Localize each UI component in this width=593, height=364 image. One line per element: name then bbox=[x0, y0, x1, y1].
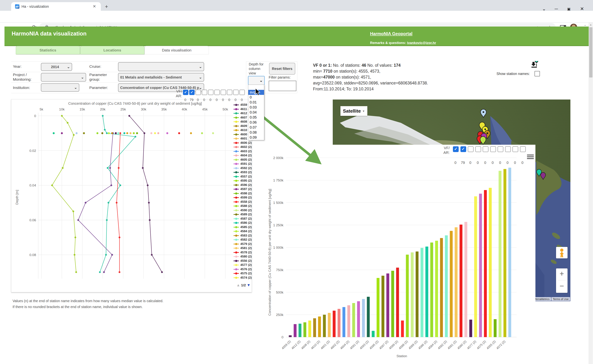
data-point[interactable] bbox=[111, 132, 113, 134]
window-close-icon[interactable]: ✕ bbox=[580, 6, 584, 11]
legend-item[interactable]: 4585 (2) bbox=[234, 225, 252, 230]
legend-item[interactable]: 4556 (2) bbox=[234, 259, 252, 263]
vf-ar-checkbox[interactable] bbox=[227, 90, 232, 95]
zoom-in-button[interactable]: + bbox=[556, 268, 567, 280]
year-select[interactable]: 2014⌄ bbox=[41, 63, 72, 71]
depth-option[interactable]: 0.08 bbox=[248, 130, 264, 135]
legend-item[interactable]: 4578 (2) bbox=[234, 251, 252, 255]
institution-select[interactable]: ⌄ bbox=[41, 83, 79, 92]
legend-item[interactable]: 4579 (2) bbox=[234, 242, 252, 247]
station-bar[interactable] bbox=[499, 171, 502, 337]
data-point[interactable] bbox=[166, 132, 168, 134]
data-point[interactable] bbox=[135, 136, 136, 137]
legend-item[interactable]: 4576 (2) bbox=[234, 267, 252, 272]
legend-item[interactable]: 4582 (2) bbox=[234, 238, 252, 242]
data-point[interactable] bbox=[108, 202, 109, 203]
tab-close-icon[interactable]: ✕ bbox=[93, 4, 96, 9]
depth-option[interactable]: 0.07 bbox=[248, 125, 264, 130]
scrollbar-up-icon[interactable]: ▲ bbox=[590, 23, 592, 26]
legend-item[interactable]: 4589 (2) bbox=[234, 213, 252, 217]
legend-page-down-icon[interactable]: ▼ bbox=[247, 283, 251, 287]
legend-item[interactable]: 4606 (2) bbox=[234, 141, 252, 145]
station-bar[interactable] bbox=[313, 318, 316, 337]
vf-ar-checkbox[interactable] bbox=[240, 90, 245, 95]
page-scrollbar[interactable]: ▲ bbox=[589, 23, 593, 364]
data-point[interactable] bbox=[73, 134, 75, 136]
data-point[interactable] bbox=[143, 132, 145, 134]
tab-locations[interactable]: Locations bbox=[80, 46, 144, 54]
data-point[interactable] bbox=[97, 132, 98, 134]
vf-ar-checkbox[interactable] bbox=[468, 146, 474, 152]
station-bar[interactable] bbox=[494, 319, 496, 337]
station-bar[interactable] bbox=[425, 247, 428, 337]
download-map-icon[interactable] bbox=[531, 61, 539, 69]
station-bar[interactable] bbox=[420, 248, 423, 337]
data-point[interactable] bbox=[157, 132, 159, 134]
legend-item[interactable]: 4604 (2) bbox=[234, 154, 252, 158]
vf-ar-checkbox[interactable] bbox=[208, 90, 214, 95]
vf-ar-checkbox[interactable] bbox=[214, 90, 220, 95]
data-point[interactable] bbox=[117, 132, 119, 134]
vf-ar-checkbox[interactable] bbox=[512, 146, 518, 152]
new-tab-button[interactable]: + bbox=[105, 4, 108, 10]
data-point[interactable] bbox=[85, 202, 86, 203]
depth-option[interactable] bbox=[248, 85, 264, 90]
station-bar[interactable] bbox=[323, 315, 326, 337]
station-bar[interactable] bbox=[406, 255, 409, 337]
legend-item[interactable]: 4580 (2) bbox=[234, 255, 252, 259]
remarks-email-link[interactable]: ivankovic@izor.hr bbox=[407, 41, 436, 45]
cruise-select[interactable]: ⌄ bbox=[118, 62, 204, 71]
vf-ar-checkbox[interactable] bbox=[195, 90, 201, 95]
legend-item[interactable]: 4584 (2) bbox=[234, 229, 252, 234]
station-bar[interactable] bbox=[352, 303, 355, 337]
data-point[interactable] bbox=[51, 184, 53, 186]
data-point[interactable] bbox=[148, 202, 150, 203]
vf-ar-checkbox[interactable] bbox=[183, 90, 188, 95]
vf-ar-checkbox[interactable] bbox=[202, 90, 207, 95]
vf-ar-checkbox[interactable] bbox=[460, 146, 466, 152]
station-bar[interactable] bbox=[347, 305, 350, 337]
data-point[interactable] bbox=[150, 132, 152, 134]
data-point[interactable] bbox=[118, 167, 120, 169]
vf-ar-checkbox[interactable] bbox=[490, 146, 496, 152]
data-point[interactable] bbox=[105, 254, 107, 256]
station-bar[interactable] bbox=[479, 194, 482, 337]
reset-filters-button[interactable]: Reset filters bbox=[269, 63, 295, 75]
station-bar[interactable] bbox=[484, 190, 487, 337]
map-type-button[interactable]: Satellite▼ bbox=[340, 106, 367, 116]
scrollbar-thumb[interactable] bbox=[589, 27, 593, 78]
data-point[interactable] bbox=[106, 219, 108, 221]
show-station-names-checkbox[interactable] bbox=[534, 71, 540, 76]
depth-select[interactable]: ⌄ bbox=[248, 76, 265, 85]
station-bar[interactable] bbox=[460, 225, 463, 337]
station-bar[interactable] bbox=[372, 331, 375, 337]
vf-ar-checkbox[interactable] bbox=[505, 146, 511, 152]
legend-item[interactable]: 4605 (2) bbox=[234, 158, 252, 162]
vf-ar-checkbox[interactable] bbox=[520, 146, 526, 152]
legend-item[interactable]: 4593 (2) bbox=[234, 170, 252, 175]
data-point[interactable] bbox=[119, 132, 121, 134]
station-bar[interactable] bbox=[289, 335, 292, 337]
station-bar[interactable] bbox=[445, 235, 448, 337]
station-bar[interactable] bbox=[450, 231, 453, 337]
station-bar[interactable] bbox=[508, 168, 511, 337]
station-bar[interactable] bbox=[474, 196, 477, 337]
data-point[interactable] bbox=[72, 210, 74, 212]
vf-ar-checkbox[interactable] bbox=[498, 146, 503, 152]
data-point[interactable] bbox=[53, 132, 55, 134]
data-point[interactable] bbox=[118, 271, 120, 273]
data-point[interactable] bbox=[104, 129, 106, 130]
legend-item[interactable]: 4574 (2) bbox=[234, 276, 252, 280]
vf-ar-checkbox[interactable] bbox=[221, 90, 226, 95]
station-bar[interactable] bbox=[391, 271, 394, 337]
data-point[interactable] bbox=[190, 132, 192, 134]
data-point[interactable] bbox=[99, 271, 101, 273]
legend-item[interactable]: 4595 (2) bbox=[234, 179, 252, 183]
station-bar[interactable] bbox=[386, 273, 389, 337]
tab-data-visualisation[interactable]: Data visualisation bbox=[144, 46, 209, 54]
station-bar[interactable] bbox=[489, 188, 492, 337]
data-point[interactable] bbox=[149, 219, 151, 221]
station-bar[interactable] bbox=[308, 321, 311, 337]
zoom-out-button[interactable]: − bbox=[556, 281, 567, 292]
station-bar[interactable] bbox=[455, 227, 458, 337]
